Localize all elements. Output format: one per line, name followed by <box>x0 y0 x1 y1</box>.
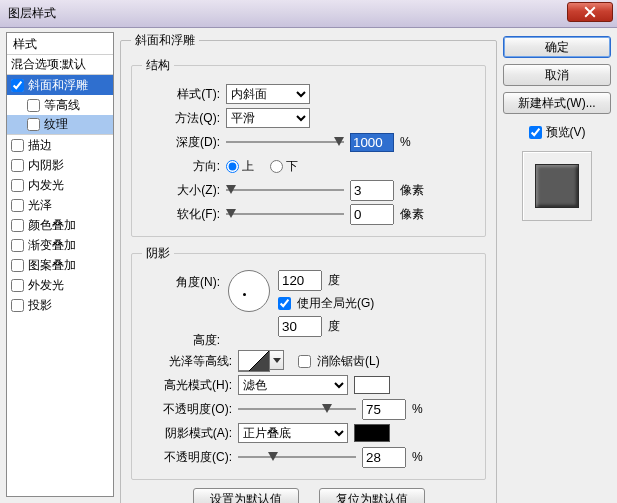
size-unit: 像素 <box>400 182 430 199</box>
shadow-color-swatch[interactable] <box>354 424 390 442</box>
altitude-label: 高度: <box>142 332 220 349</box>
altitude-unit: 度 <box>328 318 340 335</box>
style-check-satin[interactable] <box>11 199 24 212</box>
svg-marker-0 <box>239 351 269 371</box>
style-check-gradient-overlay[interactable] <box>11 239 24 252</box>
style-item-texture[interactable]: 纹理 <box>7 115 113 135</box>
style-check-inner-shadow[interactable] <box>11 159 24 172</box>
angle-unit: 度 <box>328 272 340 289</box>
style-list: 样式 混合选项:默认 斜面和浮雕 等高线 纹理 描边 内阴影 内发光 <box>6 32 114 497</box>
style-item-color-overlay[interactable]: 颜色叠加 <box>7 215 113 235</box>
soften-label: 软化(F): <box>142 206 220 223</box>
style-check-stroke[interactable] <box>11 139 24 152</box>
style-check-outer-glow[interactable] <box>11 279 24 292</box>
contour-swatch <box>238 350 270 372</box>
preview-swatch <box>535 164 579 208</box>
style-check-texture[interactable] <box>27 118 40 131</box>
direction-down-radio[interactable] <box>270 160 283 173</box>
direction-label: 方向: <box>142 158 220 175</box>
style-check-color-overlay[interactable] <box>11 219 24 232</box>
style-check-contour[interactable] <box>27 99 40 112</box>
bevel-group-title: 斜面和浮雕 <box>131 32 199 49</box>
size-label: 大小(Z): <box>142 182 220 199</box>
style-item-satin[interactable]: 光泽 <box>7 195 113 215</box>
highlight-opacity-input[interactable] <box>362 399 406 420</box>
direction-down[interactable]: 下 <box>270 158 298 175</box>
cancel-button[interactable]: 取消 <box>503 64 611 86</box>
style-item-pattern-overlay[interactable]: 图案叠加 <box>7 255 113 275</box>
style-label: 样式(T): <box>142 86 220 103</box>
highlight-opacity-label: 不透明度(O): <box>142 401 232 418</box>
style-select[interactable]: 内斜面 <box>226 84 310 104</box>
highlight-opacity-unit: % <box>412 402 442 416</box>
soften-unit: 像素 <box>400 206 430 223</box>
style-check-inner-glow[interactable] <box>11 179 24 192</box>
gloss-contour-label: 光泽等高线: <box>142 353 232 370</box>
direction-up[interactable]: 上 <box>226 158 254 175</box>
structure-group: 结构 样式(T): 内斜面 方法(Q): 平滑 深度(D): <box>131 57 486 237</box>
shadow-opacity-unit: % <box>412 450 442 464</box>
structure-title: 结构 <box>142 57 174 74</box>
reset-default-button[interactable]: 复位为默认值 <box>319 488 425 503</box>
chevron-down-icon <box>270 350 284 370</box>
style-check-drop-shadow[interactable] <box>11 299 24 312</box>
style-item-blending-defaults[interactable]: 混合选项:默认 <box>7 55 113 75</box>
shadow-opacity-label: 不透明度(C): <box>142 449 232 466</box>
angle-picker[interactable] <box>228 270 270 312</box>
style-list-header[interactable]: 样式 <box>7 35 113 55</box>
angle-label: 角度(N): <box>142 274 220 296</box>
highlight-color-swatch[interactable] <box>354 376 390 394</box>
global-light-option[interactable]: 使用全局光(G) <box>278 294 374 312</box>
direction-up-radio[interactable] <box>226 160 239 173</box>
global-light-check[interactable] <box>278 297 291 310</box>
window-title: 图层样式 <box>8 5 56 22</box>
style-check-pattern-overlay[interactable] <box>11 259 24 272</box>
close-button[interactable] <box>567 2 613 22</box>
preview-swatch-container <box>522 151 592 221</box>
depth-unit: % <box>400 135 430 149</box>
shadow-opacity-input[interactable] <box>362 447 406 468</box>
shading-group: 阴影 角度(N): 高度: 度 <box>131 245 486 480</box>
technique-select[interactable]: 平滑 <box>226 108 310 128</box>
style-item-outer-glow[interactable]: 外发光 <box>7 275 113 295</box>
highlight-mode-label: 高光模式(H): <box>142 377 232 394</box>
highlight-opacity-slider[interactable] <box>238 402 356 416</box>
soften-slider[interactable] <box>226 207 344 221</box>
style-item-bevel[interactable]: 斜面和浮雕 <box>7 75 113 95</box>
style-item-stroke[interactable]: 描边 <box>7 135 113 155</box>
preview-option[interactable]: 预览(V) <box>503 124 611 141</box>
titlebar: 图层样式 <box>0 0 617 28</box>
antialias-check[interactable] <box>298 355 311 368</box>
shadow-mode-select[interactable]: 正片叠底 <box>238 423 348 443</box>
bevel-group: 斜面和浮雕 结构 样式(T): 内斜面 方法(Q): 平滑 深度(D): <box>120 32 497 503</box>
antialias-option[interactable]: 消除锯齿(L) <box>298 349 380 373</box>
depth-slider[interactable] <box>226 135 344 149</box>
highlight-mode-select[interactable]: 滤色 <box>238 375 348 395</box>
style-item-inner-glow[interactable]: 内发光 <box>7 175 113 195</box>
style-item-contour[interactable]: 等高线 <box>7 95 113 115</box>
style-item-gradient-overlay[interactable]: 渐变叠加 <box>7 235 113 255</box>
preview-check[interactable] <box>529 126 542 139</box>
shadow-opacity-slider[interactable] <box>238 450 356 464</box>
shadow-mode-label: 阴影模式(A): <box>142 425 232 442</box>
size-input[interactable] <box>350 180 394 201</box>
depth-input[interactable] <box>350 133 394 152</box>
depth-label: 深度(D): <box>142 134 220 151</box>
make-default-button[interactable]: 设置为默认值 <box>193 488 299 503</box>
size-slider[interactable] <box>226 183 344 197</box>
close-icon <box>584 6 596 18</box>
style-item-inner-shadow[interactable]: 内阴影 <box>7 155 113 175</box>
ok-button[interactable]: 确定 <box>503 36 611 58</box>
soften-input[interactable] <box>350 204 394 225</box>
angle-input[interactable] <box>278 270 322 291</box>
shading-title: 阴影 <box>142 245 174 262</box>
new-style-button[interactable]: 新建样式(W)... <box>503 92 611 114</box>
style-item-drop-shadow[interactable]: 投影 <box>7 295 113 315</box>
altitude-input[interactable] <box>278 316 322 337</box>
style-check-bevel[interactable] <box>11 79 24 92</box>
technique-label: 方法(Q): <box>142 110 220 127</box>
gloss-contour-picker[interactable] <box>238 350 284 372</box>
